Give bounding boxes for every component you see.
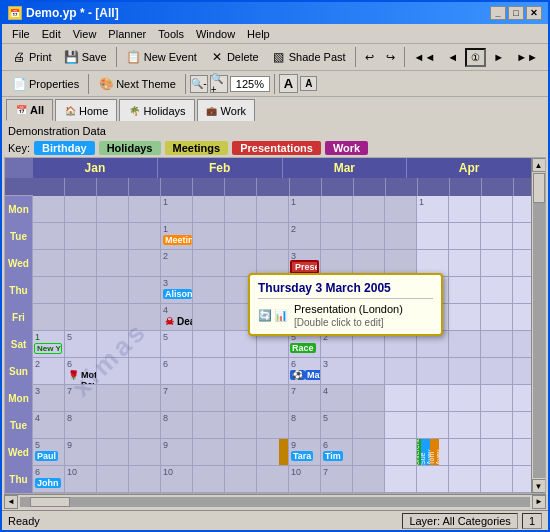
cell-r6c2[interactable]: 5 [65,331,97,358]
cell-r4c6[interactable] [193,277,225,304]
cell-r1c3[interactable] [97,196,129,223]
tab-home[interactable]: 🏠 Home [55,99,117,121]
cell-r7c4[interactable] [129,358,161,385]
cell-r2c11[interactable] [353,223,385,250]
cell-r2c2[interactable] [65,223,97,250]
cell-r8c4[interactable] [129,385,161,412]
cell-r1c8[interactable] [257,196,289,223]
cell-r7c14[interactable] [449,358,481,385]
cell-r2c14[interactable] [449,223,481,250]
cell-r1c1[interactable] [33,196,65,223]
cell-r6c14[interactable] [449,331,481,358]
cell-r6c6[interactable] [193,331,225,358]
cell-r2c6[interactable] [193,223,225,250]
cell-r9c13[interactable] [417,412,449,439]
cell-r10c8[interactable] [257,439,289,466]
print-button[interactable]: 🖨 Print [6,46,57,68]
cell-r1c9[interactable]: 1 [289,196,321,223]
event-alison[interactable]: Alison [163,289,192,299]
cell-r6c4[interactable] [129,331,161,358]
cell-r8c6[interactable] [193,385,225,412]
event-presentation[interactable]: Presentation [290,260,319,274]
cell-r4c3[interactable] [97,277,129,304]
cell-r9c12[interactable] [385,412,417,439]
nav-today-button[interactable]: ① [465,48,486,67]
cell-r2c1[interactable] [33,223,65,250]
cell-r3c2[interactable] [65,250,97,277]
font-larger-button[interactable]: A [279,74,298,93]
cell-r9c3[interactable] [97,412,129,439]
tab-work[interactable]: 💼 Work [197,99,255,121]
cell-r2c12[interactable] [385,223,417,250]
cell-r8c7[interactable] [225,385,257,412]
cell-r4c4[interactable] [129,277,161,304]
cell-r5c4[interactable] [129,304,161,331]
zoom-out-button[interactable]: 🔍- [190,75,208,93]
minimize-button[interactable]: _ [490,6,506,20]
cell-r8c5[interactable]: 7 [161,385,193,412]
cell-r1c12[interactable] [385,196,417,223]
cell-r6c1[interactable]: 1 New Year's Day [33,331,65,358]
cell-r11c5[interactable]: 10 [161,466,193,493]
cell-r2c4[interactable] [129,223,161,250]
cell-r10c1[interactable]: 5 Paul [33,439,65,466]
cell-r9c9[interactable]: 8 [289,412,321,439]
menu-view[interactable]: View [67,26,103,42]
cell-r11c9[interactable]: 10 [289,466,321,493]
cell-r11c6[interactable] [193,466,225,493]
cell-r5c6[interactable] [193,304,225,331]
cell-r1c14[interactable] [449,196,481,223]
event-race[interactable]: Race [290,343,316,353]
cell-r6c3[interactable] [97,331,129,358]
cell-r7c15[interactable] [481,358,513,385]
cell-r5c14[interactable] [449,304,481,331]
cell-r11c4[interactable] [129,466,161,493]
cell-r11c11[interactable] [353,466,385,493]
cell-r1c10[interactable] [321,196,353,223]
cell-r7c2[interactable]: 6 🌹 Mothers Day [65,358,97,385]
cell-r8c13[interactable] [417,385,449,412]
maximize-button[interactable]: □ [508,6,524,20]
scroll-right-button[interactable]: ► [532,495,546,509]
cell-r5c15[interactable] [481,304,513,331]
cell-r11c13[interactable] [417,466,449,493]
cell-r3c4[interactable] [129,250,161,277]
cell-r7c13[interactable] [417,358,449,385]
cell-r1c15[interactable] [481,196,513,223]
cell-r2c8[interactable] [257,223,289,250]
nav-next-button[interactable]: ► [488,48,509,66]
cell-r1c7[interactable] [225,196,257,223]
cell-r11c14[interactable] [449,466,481,493]
cell-r2c10[interactable] [321,223,353,250]
cell-r2c15[interactable] [481,223,513,250]
cell-r8c12[interactable] [385,385,417,412]
cell-r3c3[interactable] [97,250,129,277]
event-paul[interactable]: Paul [35,451,58,461]
cell-r3c15[interactable] [481,250,513,277]
nav-prev-button[interactable]: ◄ [442,48,463,66]
event-newyears[interactable]: New Year's Day [34,343,62,354]
cell-r11c7[interactable] [225,466,257,493]
cell-r2c3[interactable] [97,223,129,250]
cell-r6c5[interactable]: 5 [161,331,193,358]
cell-r8c10[interactable]: 4 [321,385,353,412]
cell-r3c6[interactable] [193,250,225,277]
cell-r5c5[interactable]: 4 ☠ Deadline [161,304,193,331]
save-button[interactable]: 💾 Save [59,46,112,68]
close-button[interactable]: ✕ [526,6,542,20]
event-match[interactable]: Match [305,370,321,380]
cell-r1c4[interactable] [129,196,161,223]
cell-r9c4[interactable] [129,412,161,439]
cell-r7c12[interactable] [385,358,417,385]
cell-r7c10[interactable]: 3 [321,358,353,385]
cell-r10c6[interactable] [193,439,225,466]
cell-r3c1[interactable] [33,250,65,277]
scroll-left-button[interactable]: ◄ [4,495,18,509]
menu-window[interactable]: Window [190,26,241,42]
zoom-in-button[interactable]: 🔍+ [210,75,228,93]
cell-r7c11[interactable] [353,358,385,385]
cell-r8c1[interactable]: 3 [33,385,65,412]
cell-r6c15[interactable] [481,331,513,358]
cell-r7c6[interactable] [193,358,225,385]
menu-edit[interactable]: Edit [36,26,67,42]
